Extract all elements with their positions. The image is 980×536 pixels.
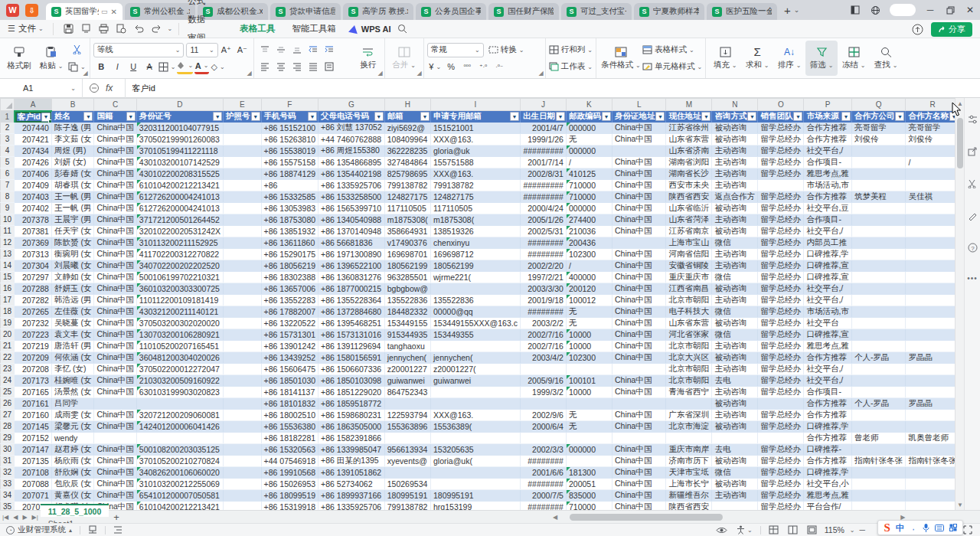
cell[interactable]: 2005/1/26 xyxy=(520,214,566,225)
cell[interactable]: 济南市历下 xyxy=(666,455,712,466)
cell[interactable]: 重庆重庆市 xyxy=(666,271,712,283)
fill-color-button[interactable]: ⌄ xyxy=(177,60,193,74)
cell[interactable] xyxy=(851,260,906,271)
eye-protect-icon[interactable] xyxy=(716,526,727,534)
cell[interactable]: 155363896 xyxy=(384,420,430,432)
zoom-level[interactable]: 115% xyxy=(825,525,844,534)
font-color-button[interactable]: A⌄ xyxy=(194,60,209,74)
cell[interactable]: 亮哥留学 xyxy=(906,123,955,134)
increase-indent-icon[interactable] xyxy=(322,43,337,57)
cell[interactable]: +86 15536380 xyxy=(261,420,318,432)
cell[interactable]: 河南省信阳 xyxy=(666,248,712,260)
cell[interactable]: +86 13657006 xyxy=(261,283,318,294)
cell[interactable]: 社交平台,/ xyxy=(804,225,851,237)
cell[interactable]: +86 18753080 xyxy=(261,214,318,225)
cell[interactable]: +86 1899937166 xyxy=(318,489,385,501)
row-header-13[interactable]: 13 xyxy=(1,248,15,260)
cell[interactable] xyxy=(224,397,262,409)
cell[interactable]: 主动咨询 xyxy=(712,340,758,351)
cell[interactable]: 2000/7/5 xyxy=(520,489,566,501)
cell[interactable]: bgbgbow@ xyxy=(384,283,430,294)
cell[interactable]: China中国 xyxy=(612,466,666,478)
cell[interactable]: 返点合作方 xyxy=(712,191,758,202)
cell[interactable]: 衡琬明 (女 xyxy=(51,248,93,260)
cell[interactable]: 被动咨询 xyxy=(712,478,758,489)
cell[interactable] xyxy=(851,168,906,179)
cell[interactable]: +86 1850103098 xyxy=(318,374,385,386)
cell[interactable]: guiwanwei xyxy=(431,374,521,386)
row-header-28[interactable]: 28 xyxy=(1,420,15,432)
cell[interactable] xyxy=(851,248,906,260)
row-header-17[interactable]: 17 xyxy=(1,294,15,306)
cell[interactable]: 2002/7/16 xyxy=(520,340,566,351)
row-header-29[interactable]: 29 xyxy=(1,432,15,443)
cell[interactable] xyxy=(224,501,262,510)
cell[interactable] xyxy=(851,156,906,168)
cell[interactable]: 207071 xyxy=(15,489,52,501)
ime-punctuation[interactable]: ， xyxy=(910,522,917,533)
column-header-F[interactable]: F xyxy=(261,99,318,111)
cell[interactable] xyxy=(136,397,223,409)
cell[interactable]: +86 18002510 xyxy=(261,409,318,420)
cell[interactable] xyxy=(224,363,262,374)
cell[interactable]: 835000 xyxy=(566,489,612,501)
font-name-combo[interactable]: 等线⌄ xyxy=(93,43,185,57)
cell[interactable]: 310103200212255069 xyxy=(136,478,223,489)
row-header-21[interactable]: 21 xyxy=(1,340,15,351)
cell[interactable] xyxy=(94,432,136,443)
cell[interactable] xyxy=(224,466,262,478)
cell[interactable]: China中国 xyxy=(94,214,136,225)
tab-close-icon[interactable]: ✕ xyxy=(111,8,117,16)
fullscreen-icon[interactable] xyxy=(963,525,972,534)
cell[interactable]: 留学总经办 xyxy=(758,202,804,214)
cell[interactable]: 山东省菏泽 xyxy=(666,214,712,225)
cell[interactable]: +86 15152100 xyxy=(261,123,318,134)
cell[interactable] xyxy=(384,466,430,478)
cell[interactable]: 430103200107142529 xyxy=(136,156,223,168)
paste-button[interactable]: 粘贴⌄ xyxy=(35,41,67,76)
decrease-font-icon[interactable]: A⁻ xyxy=(235,43,250,57)
cell[interactable]: 口碑推荐,宣 xyxy=(804,271,851,283)
decrease-decimal-button[interactable]: ·⁰⁻ xyxy=(492,60,507,74)
filter-dropdown-icon[interactable]: ▼ xyxy=(701,112,710,121)
cell[interactable]: 合作方推荐 xyxy=(804,397,851,409)
cell[interactable] xyxy=(851,283,906,294)
cell[interactable]: +86 1580156591 xyxy=(318,351,385,363)
cell[interactable]: +86 1354866895 xyxy=(318,156,385,168)
column-header-B[interactable]: B xyxy=(51,99,93,111)
cell[interactable]: 799138782 xyxy=(384,179,430,191)
cell[interactable]: 411702200312270822 xyxy=(136,248,223,260)
worksheet-button[interactable]: 工作表⌄ xyxy=(549,59,593,74)
cell[interactable]: 内部员工推 xyxy=(804,237,851,248)
cell[interactable]: +86 18141137 xyxy=(261,386,318,397)
status-outline-icon[interactable] xyxy=(113,525,122,534)
cell[interactable]: 360481200304020026 xyxy=(136,351,223,363)
cell[interactable]: 江苏省徐州 xyxy=(666,123,712,134)
cell[interactable]: 个人-罗晶 xyxy=(851,397,906,409)
zoom-out-button[interactable]: ─ xyxy=(860,525,865,534)
cell[interactable]: 合作项目- xyxy=(804,386,851,397)
clear-format-button[interactable]: ◇⌄ xyxy=(211,60,225,74)
italic-button[interactable]: I xyxy=(110,60,125,74)
cell[interactable]: China中国 xyxy=(612,248,666,260)
cell[interactable]: 合作项目- xyxy=(804,156,851,168)
cell[interactable]: 主动咨询 xyxy=(712,145,758,156)
formula-bar-value[interactable]: 客户id xyxy=(125,79,155,98)
cell[interactable]: 陈子逸 (男 xyxy=(51,123,93,134)
cell[interactable] xyxy=(224,374,262,386)
cell[interactable] xyxy=(224,340,262,351)
cell[interactable]: 河北省张家 xyxy=(666,328,712,340)
cell[interactable]: +86 1370140948 xyxy=(318,225,385,237)
cell[interactable]: 2000/4/24 xyxy=(520,202,566,214)
cell[interactable]: China中国 xyxy=(612,478,666,489)
cell[interactable]: 无 xyxy=(566,133,612,145)
cell[interactable]: 710000 xyxy=(566,179,612,191)
fill-button[interactable]: 填充⌄ xyxy=(709,41,741,76)
cell[interactable] xyxy=(906,317,955,328)
cell[interactable]: 赵君婷 (女 xyxy=(51,443,93,455)
cell[interactable]: 吴佳祺 xyxy=(906,191,955,202)
cell[interactable]: 207088 xyxy=(15,478,52,489)
column-header-A[interactable]: A xyxy=(15,99,52,111)
cell[interactable]: 612726200004241013 xyxy=(136,202,223,214)
cell[interactable]: 被动咨询 xyxy=(712,225,758,237)
